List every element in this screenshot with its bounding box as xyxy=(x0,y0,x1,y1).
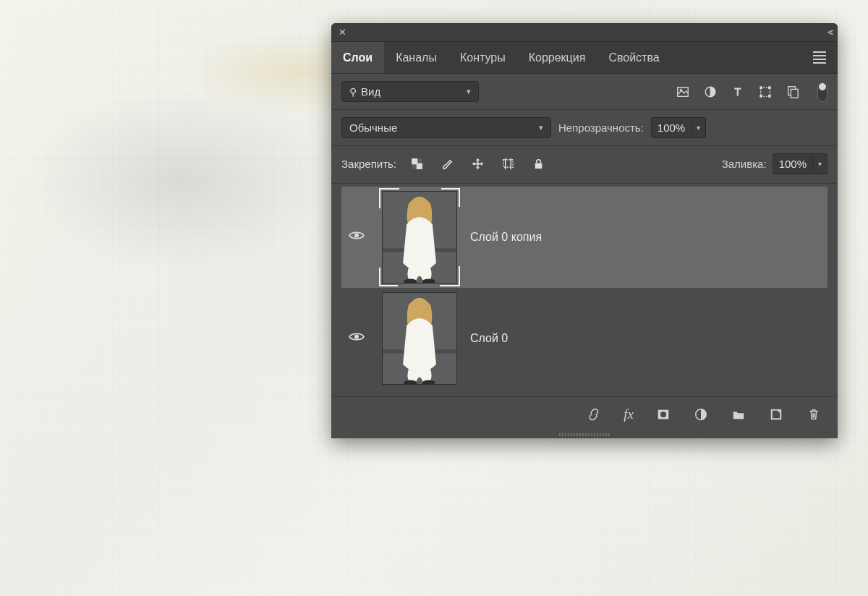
lock-all-icon[interactable] xyxy=(531,157,545,171)
chevron-down-icon: ▾ xyxy=(539,123,543,132)
new-adjustment-icon[interactable] xyxy=(693,406,709,422)
new-layer-icon[interactable] xyxy=(768,406,784,422)
tab-layers[interactable]: Слои xyxy=(331,42,384,73)
tab-adjustments[interactable]: Коррекция xyxy=(517,42,597,73)
layer-filter-type-label: Вид xyxy=(361,85,380,98)
svg-rect-8 xyxy=(769,95,771,97)
svg-rect-13 xyxy=(417,164,422,169)
tab-properties[interactable]: Свойства xyxy=(597,42,671,73)
svg-text:T: T xyxy=(735,86,741,98)
chevron-down-icon: ▾ xyxy=(467,87,471,96)
layer-name[interactable]: Слой 0 копия xyxy=(470,231,542,244)
svg-rect-17 xyxy=(535,163,542,169)
panel-resize-grip[interactable] xyxy=(331,431,838,438)
layer-fx-icon[interactable]: fx xyxy=(624,406,634,422)
panel-menu-icon[interactable] xyxy=(809,47,830,68)
blend-opacity-row: Обычные ▾ Непрозрачность: 100% ▾ xyxy=(331,110,838,146)
filter-smartobject-icon[interactable] xyxy=(786,85,800,99)
svg-rect-10 xyxy=(791,89,798,98)
panel-titlebar[interactable]: ✕ << xyxy=(331,23,838,42)
svg-rect-14 xyxy=(503,160,512,167)
svg-point-31 xyxy=(660,411,666,417)
layer-name[interactable]: Слой 0 xyxy=(470,332,508,345)
opacity-label: Непрозрачность: xyxy=(558,122,644,134)
fill-input[interactable]: 100% ▾ xyxy=(773,153,827,174)
lock-fill-row: Закрепить: Заливка: 100% ▾ xyxy=(331,146,838,184)
filter-adjustment-icon[interactable] xyxy=(703,85,718,99)
delete-layer-icon[interactable] xyxy=(806,406,822,422)
filter-shape-icon[interactable] xyxy=(758,85,773,99)
tab-paths[interactable]: Контуры xyxy=(448,42,517,73)
link-layers-icon[interactable] xyxy=(586,406,602,422)
svg-point-1 xyxy=(680,89,681,90)
fill-value: 100% xyxy=(779,158,807,170)
lock-pixels-icon[interactable] xyxy=(409,157,424,171)
panel-footer: fx xyxy=(331,396,838,431)
lock-label: Закрепить: xyxy=(341,158,396,170)
layer-thumbnail[interactable] xyxy=(382,292,457,385)
panel-tabs: Слои Каналы Контуры Коррекция Свойства xyxy=(331,42,838,74)
filter-pixel-icon[interactable] xyxy=(676,85,690,99)
layers-panel: ✕ << Слои Каналы Контуры Коррекция Свойс… xyxy=(331,23,838,438)
filter-toggle[interactable] xyxy=(817,82,827,102)
layer-filter-type-dropdown[interactable]: ⚲ Вид ▾ xyxy=(341,81,479,102)
layer-visibility-icon[interactable] xyxy=(344,230,369,244)
fill-label: Заливка: xyxy=(722,158,767,170)
layer-mask-icon[interactable] xyxy=(655,406,671,422)
layer-row[interactable]: Слой 0 копия xyxy=(341,187,827,288)
opacity-input[interactable]: 100% ▾ xyxy=(651,117,706,138)
layer-thumbnail[interactable] xyxy=(382,191,457,284)
svg-rect-12 xyxy=(412,159,417,164)
collapse-icon[interactable]: << xyxy=(827,27,830,38)
layer-visibility-icon[interactable] xyxy=(344,331,369,346)
layer-filter-icons: T xyxy=(676,85,800,99)
blend-mode-value: Обычные xyxy=(349,122,397,134)
opacity-value: 100% xyxy=(658,122,685,134)
new-group-icon[interactable] xyxy=(731,406,746,422)
svg-point-18 xyxy=(354,234,359,238)
layer-row[interactable]: Слой 0 xyxy=(341,288,827,389)
search-icon: ⚲ xyxy=(349,86,357,98)
layer-filter-row: ⚲ Вид ▾ T xyxy=(331,74,838,110)
layers-list: Слой 0 копия xyxy=(331,184,838,396)
lock-brush-icon[interactable] xyxy=(440,157,454,171)
close-icon[interactable]: ✕ xyxy=(339,27,346,38)
lock-position-icon[interactable] xyxy=(470,157,485,171)
svg-rect-6 xyxy=(769,86,771,88)
lock-artboard-icon[interactable] xyxy=(501,157,515,171)
svg-rect-7 xyxy=(760,95,762,97)
filter-text-icon[interactable]: T xyxy=(731,85,745,99)
svg-point-24 xyxy=(354,335,359,339)
chevron-down-icon[interactable]: ▾ xyxy=(691,121,705,135)
chevron-down-icon[interactable]: ▾ xyxy=(812,157,827,171)
blend-mode-dropdown[interactable]: Обычные ▾ xyxy=(341,117,551,138)
tab-channels[interactable]: Каналы xyxy=(384,42,448,73)
svg-rect-5 xyxy=(760,86,762,88)
